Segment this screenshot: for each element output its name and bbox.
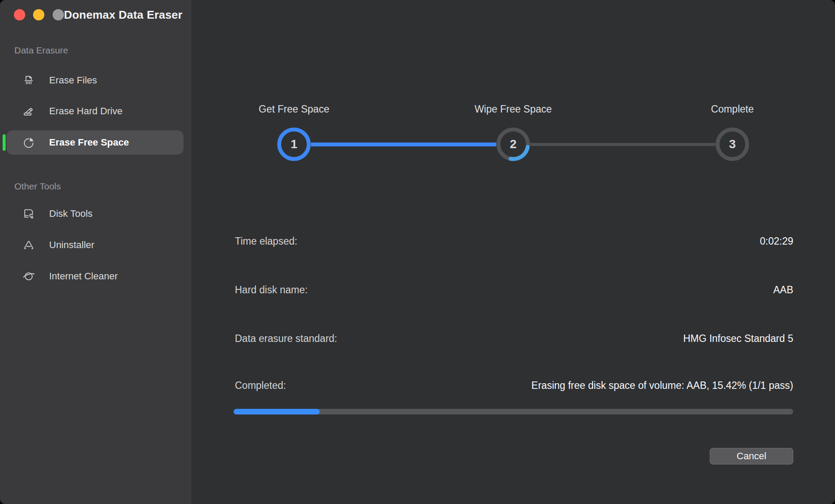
- step-label: Get Free Space: [259, 103, 329, 115]
- step-2-wipe-free-space: Wipe Free Space 2: [496, 127, 530, 161]
- sidebar-item-label: Erase Free Space: [49, 137, 129, 148]
- detail-label: Hard disk name:: [235, 284, 307, 296]
- detail-value: Erasing free disk space of volume: AAB, …: [531, 380, 793, 391]
- appstore-icon: [22, 239, 35, 252]
- detail-row-time-elapsed: Time elapsed: 0:02:29: [235, 235, 793, 247]
- selected-item-indicator: [3, 134, 6, 151]
- sidebar-item-uninstaller[interactable]: Uninstaller: [7, 233, 184, 257]
- sidebar-item-erase-hard-drive[interactable]: Erase Hard Drive: [7, 99, 184, 123]
- sidebar-item-label: Erase Files: [49, 75, 97, 86]
- shredder-icon: [22, 74, 35, 87]
- detail-label: Completed:: [235, 380, 286, 391]
- connector-pending: [530, 143, 715, 146]
- progress-bar: [234, 409, 793, 414]
- detail-row-erasure-standard: Data erasure standard: HMG Infosec Stand…: [235, 332, 793, 345]
- detail-value: AAB: [773, 284, 793, 296]
- detail-value: 0:02:29: [760, 235, 793, 247]
- step-number: 1: [277, 127, 311, 161]
- sidebar-item-disk-tools[interactable]: Disk Tools: [7, 202, 184, 226]
- section-header-data-erasure: Data Erasure: [14, 44, 68, 56]
- sidebar-item-label: Disk Tools: [49, 208, 93, 219]
- section-header-other-tools: Other Tools: [14, 180, 61, 192]
- sidebar-item-label: Erase Hard Drive: [49, 106, 123, 117]
- minimize-window-icon[interactable]: [33, 9, 44, 20]
- step-number: 2: [496, 127, 530, 161]
- main-panel: Get Free Space 1 Wipe Free Space 2 Compl…: [191, 0, 835, 504]
- disk-wrench-icon: [22, 207, 35, 220]
- sidebar: Donemax Data Eraser Data Erasure Erase F…: [0, 0, 191, 504]
- detail-label: Time elapsed:: [235, 235, 297, 247]
- sidebar-item-internet-cleaner[interactable]: Internet Cleaner: [7, 264, 184, 288]
- planet-icon: [22, 270, 35, 283]
- step-label: Wipe Free Space: [474, 103, 552, 115]
- sidebar-item-label: Uninstaller: [49, 239, 94, 251]
- app-window: Donemax Data Eraser Data Erasure Erase F…: [0, 0, 835, 504]
- step-3-complete: Complete 3: [715, 127, 749, 161]
- progress-stepper: Get Free Space 1 Wipe Free Space 2 Compl…: [191, 127, 835, 161]
- pie-chart-icon: [22, 136, 35, 149]
- sidebar-item-label: Internet Cleaner: [49, 271, 118, 282]
- erase-disk-icon: [22, 105, 35, 118]
- detail-row-hard-disk-name: Hard disk name: AAB: [235, 284, 793, 296]
- detail-value: HMG Infosec Standard 5: [683, 333, 793, 345]
- detail-row-completed: Completed: Erasing free disk space of vo…: [235, 379, 793, 391]
- connector-done: [311, 143, 496, 146]
- zoom-window-icon: [53, 9, 64, 20]
- step-label: Complete: [711, 103, 754, 115]
- detail-label: Data erasure standard:: [235, 333, 337, 345]
- cancel-button[interactable]: Cancel: [710, 448, 793, 464]
- app-title: Donemax Data Eraser: [64, 8, 183, 21]
- sidebar-item-erase-free-space[interactable]: Erase Free Space: [7, 130, 184, 155]
- close-window-icon[interactable]: [14, 9, 25, 20]
- step-1-get-free-space: Get Free Space 1: [277, 127, 311, 161]
- step-number: 3: [715, 127, 749, 161]
- progress-fill: [234, 409, 320, 414]
- sidebar-item-erase-files[interactable]: Erase Files: [7, 68, 184, 93]
